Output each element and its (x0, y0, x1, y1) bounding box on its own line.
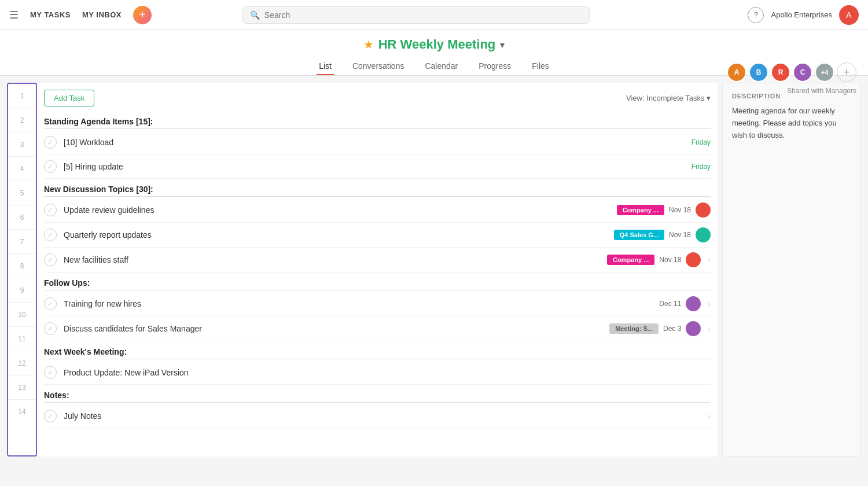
top-nav: ☰ MY TASKS MY INBOX + 🔍 ? Apollo Enterpr… (0, 0, 868, 30)
tab-calendar[interactable]: Calendar (422, 57, 460, 75)
section-header-3: Follow Ups: (44, 273, 711, 290)
main-layout: 1 2 3 4 5 6 7 8 9 10 11 12 13 14 Add Tas… (0, 76, 868, 463)
project-header-wrapper: ★ HR Weekly Meeting ▾ List Conversations… (0, 30, 868, 76)
description-text: Meeting agenda for our weekly meeting. P… (732, 105, 851, 141)
row-num-12: 12 (8, 351, 36, 375)
search-icon: 🔍 (250, 10, 260, 20)
help-button[interactable]: ? (748, 7, 764, 23)
project-chevron-icon[interactable]: ▾ (500, 39, 505, 50)
task-row-5: ✓ Update review guidelines Company ... N… (44, 198, 711, 223)
row-num-11: 11 (8, 327, 36, 351)
task-list-area: Add Task View: Incomplete Tasks ▾ Standi… (37, 83, 718, 456)
member-avatar-1[interactable]: A (727, 62, 746, 82)
members-row: A B R C +4 + (727, 62, 856, 82)
task-arrow-10[interactable]: › (708, 324, 711, 333)
row-num-7: 7 (8, 230, 36, 254)
task-check-3[interactable]: ✓ (44, 160, 57, 173)
my-tasks-link[interactable]: MY TASKS (30, 10, 71, 19)
task-name-14: July Notes (64, 411, 705, 421)
task-name-6: Quarterly report updates (64, 230, 614, 240)
company-name: Apollo Enterprises (771, 10, 832, 19)
row-num-5: 5 (8, 181, 36, 205)
task-name-2: [10] Workload (64, 138, 692, 147)
row-num-6: 6 (8, 205, 36, 230)
search-bar: 🔍 (242, 6, 590, 24)
task-check-12[interactable]: ✓ (44, 366, 57, 379)
task-date-2: Friday (692, 138, 711, 146)
tab-progress[interactable]: Progress (476, 57, 513, 75)
task-check-6[interactable]: ✓ (44, 229, 57, 241)
section-header-4: Next Week's Meeting: (44, 341, 711, 359)
section-header-5: Notes: (44, 385, 711, 403)
task-check-7[interactable]: ✓ (44, 253, 57, 266)
row-num-13: 13 (8, 375, 36, 400)
task-name-10: Discuss candidates for Sales Manager (64, 324, 609, 333)
row-num-1: 1 (8, 84, 36, 108)
user-avatar[interactable]: A (839, 5, 859, 25)
task-avatar-7 (686, 252, 701, 267)
row-num-10: 10 (8, 303, 36, 327)
task-check-2[interactable]: ✓ (44, 136, 57, 149)
task-meta-5: Company ... Nov 18 (617, 203, 711, 218)
task-tag-6: Q4 Sales G... (614, 230, 664, 240)
row-num-8: 8 (8, 254, 36, 278)
task-avatar-9 (686, 296, 701, 311)
task-meta-10: Meeting: S... Dec 3 › (609, 321, 711, 336)
task-meta-14: › (705, 411, 711, 421)
my-inbox-link[interactable]: MY INBOX (82, 10, 122, 19)
task-name-7: New facilities staff (64, 255, 607, 264)
row-num-2: 2 (8, 108, 36, 132)
task-name-5: Update review guidelines (64, 205, 617, 215)
task-check-10[interactable]: ✓ (44, 322, 57, 335)
search-input[interactable] (264, 10, 582, 20)
section-header-2: New Discussion Topics [30]: (44, 179, 711, 197)
member-avatar-3[interactable]: R (771, 62, 790, 82)
task-date-6: Nov 18 (669, 231, 691, 239)
project-star-icon: ★ (363, 38, 374, 51)
task-arrow-9[interactable]: › (708, 299, 711, 308)
member-avatar-2[interactable]: B (749, 62, 768, 82)
task-name-9: Training for new hires (64, 299, 659, 308)
task-meta-7: Company ... Nov 18 › (607, 252, 711, 267)
task-check-9[interactable]: ✓ (44, 297, 57, 310)
task-avatar-10 (686, 321, 701, 336)
task-check-5[interactable]: ✓ (44, 204, 57, 216)
task-tag-5: Company ... (617, 205, 664, 215)
nav-right: ? Apollo Enterprises A (748, 5, 859, 25)
task-arrow-7[interactable]: › (708, 255, 711, 264)
member-count[interactable]: +4 (815, 62, 834, 82)
project-title: HR Weekly Meeting (378, 37, 496, 52)
tab-list[interactable]: List (317, 57, 334, 75)
section-header-1: Standing Agenda Items [15]: (44, 111, 711, 129)
row-num-14: 14 (8, 400, 36, 424)
task-row-14: ✓ July Notes › (44, 404, 711, 428)
member-avatar-4[interactable]: C (793, 62, 812, 82)
task-tag-7: Company ... (607, 255, 654, 265)
add-member-button[interactable]: + (837, 62, 856, 82)
task-arrow-14[interactable]: › (708, 411, 711, 421)
add-button[interactable]: + (133, 6, 152, 24)
task-row-10: ✓ Discuss candidates for Sales Manager M… (44, 316, 711, 341)
description-panel: DESCRIPTION Meeting agenda for our weekl… (722, 83, 861, 456)
view-filter[interactable]: View: Incomplete Tasks ▾ (626, 94, 711, 102)
task-row-2: ✓ [10] Workload Friday (44, 130, 711, 154)
row-num-9: 9 (8, 278, 36, 303)
project-tabs: List Conversations Calendar Progress Fil… (317, 57, 551, 75)
row-num-4: 4 (8, 157, 36, 181)
add-task-button[interactable]: Add Task (44, 90, 94, 106)
hamburger-icon[interactable]: ☰ (9, 9, 19, 21)
task-meta-2: Friday (692, 138, 711, 146)
row-num-3: 3 (8, 132, 36, 157)
task-tag-10: Meeting: S... (609, 323, 659, 334)
tab-files[interactable]: Files (529, 57, 551, 75)
task-avatar-6 (696, 227, 711, 242)
task-check-14[interactable]: ✓ (44, 410, 57, 422)
shared-label: Shared with Managers (787, 87, 856, 95)
task-row-9: ✓ Training for new hires Dec 11 › (44, 292, 711, 316)
task-meta-9: Dec 11 › (659, 296, 711, 311)
list-toolbar: Add Task View: Incomplete Tasks ▾ (44, 83, 711, 111)
tab-conversations[interactable]: Conversations (350, 57, 407, 75)
project-title-row: ★ HR Weekly Meeting ▾ (363, 37, 505, 52)
task-date-3: Friday (692, 163, 711, 171)
task-avatar-5 (696, 203, 711, 218)
